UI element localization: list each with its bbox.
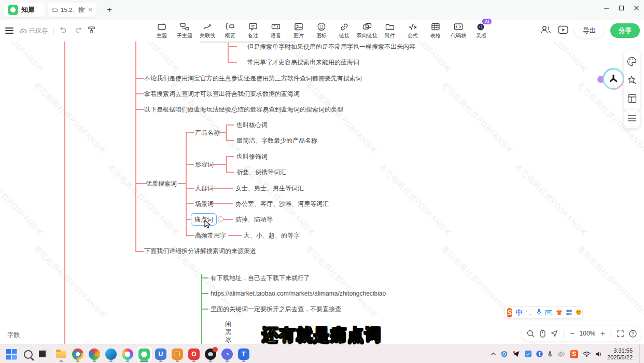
mindmap-node[interactable]: 最简洁、字数最少的产品名称: [236, 137, 317, 144]
taskbar-app-app-o[interactable]: O: [186, 346, 202, 362]
branch-line: [201, 293, 208, 294]
mindmap-node[interactable]: 下面我们详细拆分讲解搜索词的来源渠道: [144, 247, 256, 255]
toolbar-item-12[interactable]: 公式: [401, 21, 424, 40]
mindmap-node[interactable]: 常用单字才更容易搜索出来能用的蓝海词: [247, 59, 359, 66]
toolbar-item-11[interactable]: 附件: [379, 21, 401, 40]
collapse-handle[interactable]: [218, 216, 223, 222]
taskbar-app-obs[interactable]: [202, 346, 219, 362]
mindmap-node[interactable]: 高频常用字: [195, 232, 226, 239]
window-minimize-button[interactable]: [599, 0, 614, 16]
mindmap-node[interactable]: 也叫核心词: [236, 121, 268, 129]
show-desktop-button[interactable]: [639, 344, 642, 363]
export-button[interactable]: 导出: [575, 23, 604, 38]
taskbar-app-edge[interactable]: [103, 346, 119, 362]
mindmap-node[interactable]: https://alimarket.taobao.com/markets/ali…: [211, 290, 386, 297]
taskbar-app-app-swirl[interactable]: ◔: [219, 346, 235, 362]
ime-punctuation-toggle[interactable]: ’，: [526, 309, 533, 317]
taskbar-app-file-explorer[interactable]: [53, 346, 69, 362]
toolbar-item-1[interactable]: 主题: [150, 21, 173, 40]
menu-button[interactable]: [5, 27, 13, 34]
redo-button[interactable]: [74, 26, 82, 35]
window-maximize-button[interactable]: [614, 0, 629, 16]
taskbar-app-search[interactable]: [20, 346, 36, 362]
tray-microphone-icon[interactable]: [548, 351, 553, 358]
tray-sogou-icon[interactable]: S: [570, 350, 578, 358]
share-button[interactable]: 分享: [610, 23, 640, 38]
mindmap-node[interactable]: 形容词: [195, 161, 214, 168]
toolbar-item-5[interactable]: 备注: [242, 21, 264, 40]
taskbar-app-chrome[interactable]: [69, 346, 86, 362]
tab-close-icon[interactable]: ✕: [88, 6, 93, 13]
taskbar-app-zhixi[interactable]: [136, 346, 152, 362]
mindmap-node[interactable]: 拿着搜索词去查词才可以查出符合我们要求数据的蓝海词: [144, 90, 300, 97]
tray-chevron-up-icon[interactable]: [491, 352, 496, 356]
toolbar-icon-8: [316, 22, 327, 32]
tray-wifi-icon[interactable]: [583, 351, 591, 357]
toolbar-item-4[interactable]: 概要: [219, 21, 242, 40]
taskbar-app-browser-swirl[interactable]: [86, 346, 103, 362]
toolbar-item-6[interactable]: 语音: [264, 21, 287, 40]
ime-skin-icon[interactable]: [556, 308, 563, 317]
taskbar-app-task-view[interactable]: [36, 346, 53, 362]
ime-emoji-icon[interactable]: [576, 308, 582, 317]
document-tab[interactable]: 15.2、搜索... ✕: [48, 3, 96, 17]
mindmap-canvas[interactable]: 老范电商社群PDSFANSIK老范电商社群PDSFANSIK老范电商社群PDSF…: [0, 41, 644, 344]
obs-icon: [205, 348, 216, 360]
taskbar-app-app-squares[interactable]: ❒: [169, 346, 186, 362]
structure-layout-icon[interactable]: [627, 94, 637, 105]
toolbar-item-3[interactable]: 关联线: [196, 21, 219, 40]
mindmap-node[interactable]: 女士、男士、男生等词汇: [235, 185, 304, 192]
mindmap-node[interactable]: 不论我们是使用淘宝官方的生意参谋还是使用第三方软件查词都需要先有搜索词: [144, 75, 362, 82]
format-painter-button[interactable]: [88, 26, 95, 36]
tray-sync-ok-icon[interactable]: [525, 351, 531, 357]
mindmap-node[interactable]: 优质搜索词: [146, 180, 177, 187]
beautify-wand-icon[interactable]: [627, 75, 637, 87]
app-home-button[interactable]: 知犀: [4, 3, 45, 17]
toolbar-item-10[interactable]: 双向链接: [356, 21, 379, 40]
tray-speaker-icon[interactable]: [595, 351, 603, 357]
mindmap-node[interactable]: 里面的关键词一定要拆开之后去查，不要直接查: [211, 305, 341, 313]
mindmap-node[interactable]: 以下是根据咱们做蓝海玩法经验总结的最容易查到蓝海词的搜索词的类型: [144, 106, 343, 113]
tray-security-shield-icon[interactable]: [501, 351, 508, 358]
palette-icon[interactable]: [627, 57, 637, 68]
mindmap-node[interactable]: 产品名称: [195, 129, 220, 136]
toolbar-item-15[interactable]: 灵感AI: [470, 21, 493, 40]
sogou-logo-icon[interactable]: S: [507, 308, 512, 317]
new-tab-button[interactable]: +: [104, 4, 115, 16]
taskbar-app-start[interactable]: [3, 346, 20, 362]
mindmap-node[interactable]: 也叫修饰词: [236, 153, 268, 160]
toolbar-item-13[interactable]: 表格: [424, 21, 447, 40]
tray-bluetooth-icon[interactable]: [536, 351, 543, 357]
mindmap-node[interactable]: 有下载地址，自己去下载下来就行了: [211, 274, 310, 282]
taskbar-app-app-u[interactable]: U: [152, 346, 169, 362]
mindmap-node[interactable]: 场景词: [195, 200, 214, 207]
ime-toolbox-icon[interactable]: [566, 308, 572, 317]
toolbar-item-7[interactable]: 图片: [287, 21, 310, 40]
mindmap-node[interactable]: 大、小、超、的等字: [244, 232, 300, 239]
mindmap-node[interactable]: 人群词: [195, 185, 214, 192]
ime-language-toggle[interactable]: 中: [515, 308, 522, 317]
toolbar-item-14[interactable]: 代码块: [447, 21, 470, 40]
toolbar-item-2[interactable]: 子主题: [173, 21, 196, 40]
video-tutorial-icon[interactable]: [558, 25, 568, 36]
taskbar-app-app-t[interactable]: T: [235, 346, 252, 362]
taskbar-clock[interactable]: 3:31:55 2025/5/22: [607, 347, 635, 361]
mindmap-node[interactable]: 但是搜索单字时如果使用的是不常用字也一样搜索不出来内容: [247, 43, 415, 50]
collaborate-icon[interactable]: [540, 25, 552, 36]
tray-telegram-icon[interactable]: [512, 351, 520, 357]
mindmap-node[interactable]: 防摔、防晒等: [235, 216, 273, 223]
tray-volume-mixer-icon[interactable]: [557, 351, 565, 357]
ime-keyboard-icon[interactable]: [545, 308, 552, 317]
toolbar-item-9[interactable]: 链接: [333, 21, 356, 40]
branch-line: [229, 62, 237, 63]
ai-assistant-button[interactable]: [603, 68, 624, 90]
mindmap-node[interactable]: 折叠、便携等词汇: [236, 169, 286, 176]
running-indicator: [176, 360, 179, 362]
mindmap-node[interactable]: 办公室、客厅、沙滩、河里等词汇: [235, 200, 329, 207]
outline-list-icon[interactable]: [627, 115, 637, 124]
undo-button[interactable]: [60, 26, 68, 35]
window-close-button[interactable]: [629, 0, 644, 16]
ime-mic-icon[interactable]: [537, 308, 541, 317]
taskbar-app-colorful-ring-app[interactable]: [119, 346, 136, 362]
toolbar-item-8[interactable]: 图标: [310, 21, 333, 40]
